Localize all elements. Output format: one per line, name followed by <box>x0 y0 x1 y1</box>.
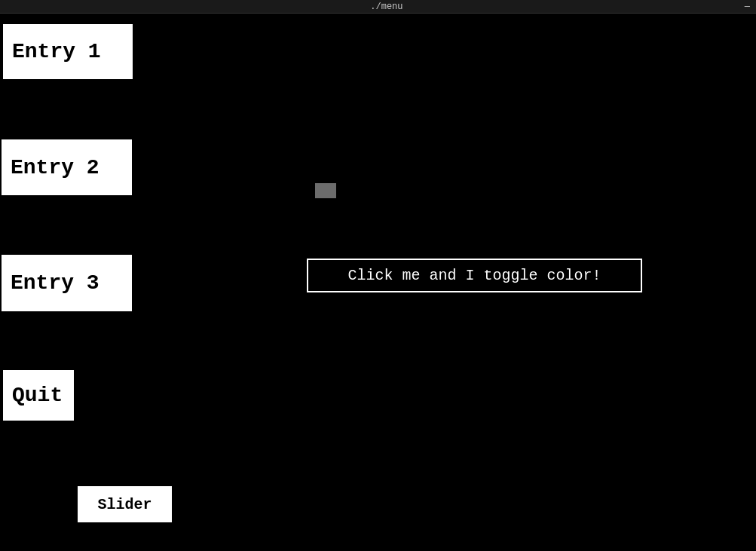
slider-button[interactable]: Slider <box>78 486 172 522</box>
window-title: ./menu <box>29 2 745 12</box>
quit-button[interactable]: Quit <box>3 370 74 421</box>
entry2-button[interactable]: Entry 2 <box>2 139 132 195</box>
entry3-button[interactable]: Entry 3 <box>2 255 132 311</box>
title-bar: ./menu — <box>0 0 756 14</box>
close-button[interactable]: — <box>745 2 750 12</box>
entry1-button[interactable]: Entry 1 <box>3 24 133 79</box>
main-content: Entry 1 Entry 2 Entry 3 Click me and I t… <box>0 14 756 551</box>
cursor-indicator <box>315 183 336 198</box>
toggle-color-button[interactable]: Click me and I toggle color! <box>307 259 642 292</box>
